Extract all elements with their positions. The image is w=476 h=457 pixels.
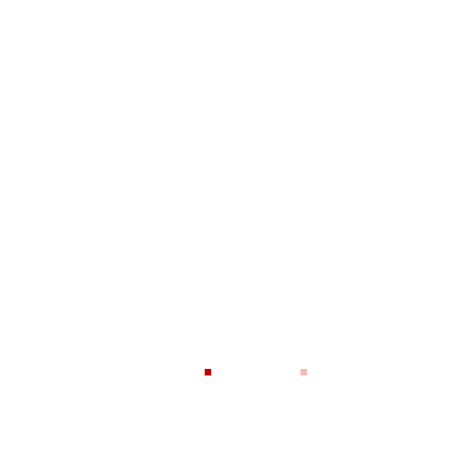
search-criteria bbox=[0, 231, 184, 236]
tvfool-report bbox=[0, 0, 476, 457]
signal-strength-chart bbox=[0, 374, 476, 457]
radar-plot bbox=[5, 46, 177, 218]
